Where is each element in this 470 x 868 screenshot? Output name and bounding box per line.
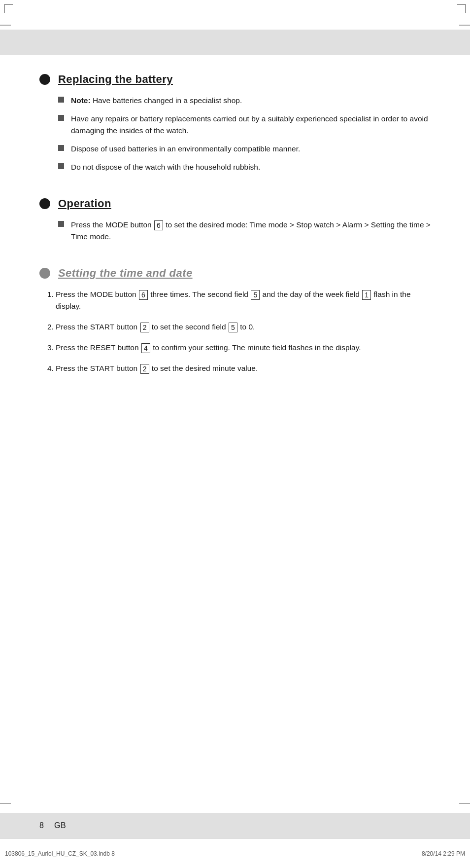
step-number: 4. [47, 362, 54, 374]
square-bullet-icon [58, 221, 64, 227]
list-item-text: Have any repairs or battery replacements… [71, 113, 431, 136]
setting-time-list: 1. Press the MODE button 6 three times. … [47, 289, 431, 374]
list-item-text: Do not dispose of the watch with the hou… [71, 161, 431, 173]
page-number-label: 8 GB [39, 821, 66, 830]
operation-bullet [39, 198, 50, 209]
step1-box1: 6 [139, 290, 148, 300]
list-item: 4. Press the START button 2 to set the d… [47, 362, 431, 374]
tick-right-bottom [459, 803, 470, 804]
op-text-before: Press the MODE button [71, 220, 154, 229]
step3-box1: 4 [141, 343, 150, 353]
list-item: 2. Press the START button 2 to set the s… [47, 321, 431, 333]
step1-text-mid1: three times. The second field [148, 290, 250, 298]
note-text: Have batteries changed in a specialist s… [91, 96, 242, 105]
content-area: Replacing the battery Note: Have batteri… [39, 55, 431, 789]
filename-bar: 103806_15_Auriol_HU_CZ_SK_03.indb 8 8/20… [0, 838, 470, 868]
step-text: Press the RESET button 4 to confirm your… [56, 342, 431, 354]
replacing-battery-title: Replacing the battery [58, 73, 173, 86]
setting-time-bullet [39, 268, 50, 279]
square-bullet-icon [58, 115, 64, 121]
setting-time-title: Setting the time and date [58, 267, 193, 280]
step-number: 3. [47, 342, 54, 354]
step-text: Press the START button 2 to set the seco… [56, 321, 431, 333]
operation-item-text: Press the MODE button 6 to set the desir… [71, 219, 431, 242]
list-item: 3. Press the RESET button 4 to confirm y… [47, 342, 431, 354]
step-number: 1. [47, 289, 54, 300]
step3-text-before: Press the RESET button [56, 343, 141, 352]
square-bullet-icon [58, 163, 64, 169]
operation-title: Operation [58, 197, 111, 210]
tick-left-top [0, 25, 11, 26]
step2-text-mid1: to set the second field [150, 323, 228, 331]
page-number: 8 [39, 821, 44, 830]
operation-section-header: Operation [39, 197, 431, 210]
step1-box3: 1 [362, 290, 371, 300]
step2-text-before: Press the START button [56, 323, 140, 331]
list-item: Note: Have batteries changed in a specia… [58, 95, 431, 106]
list-item-text: Dispose of used batteries in an environm… [71, 143, 431, 154]
header-bar [0, 30, 470, 55]
step4-text-after: to set the desired minute value. [150, 364, 258, 372]
replacing-battery-list: Note: Have batteries changed in a specia… [58, 95, 431, 173]
square-bullet-icon [58, 97, 64, 103]
step2-box2: 5 [229, 323, 237, 332]
replacing-battery-section-header: Replacing the battery [39, 73, 431, 86]
step1-text-mid2: and the day of the week field [260, 290, 362, 298]
step2-text-after: to 0. [238, 323, 255, 331]
replacing-battery-bullet [39, 74, 50, 85]
operation-list: Press the MODE button 6 to set the desir… [58, 219, 431, 242]
step4-text-before: Press the START button [56, 364, 140, 372]
page: Replacing the battery Note: Have batteri… [0, 0, 470, 868]
tick-right-top [459, 25, 470, 26]
list-item: Do not dispose of the watch with the hou… [58, 161, 431, 173]
setting-time-section-header: Setting the time and date [39, 267, 431, 280]
step-number: 2. [47, 321, 54, 333]
list-item-text: Note: Have batteries changed in a specia… [71, 95, 431, 106]
corner-mark-tl [4, 4, 13, 13]
page-language: GB [54, 821, 66, 830]
note-label: Note: [71, 96, 91, 105]
tick-left-bottom [0, 803, 11, 804]
step-text: Press the START button 2 to set the desi… [56, 362, 431, 374]
step3-text-after: to confirm your setting. The minute fiel… [151, 343, 361, 352]
footer-bar: 8 GB [0, 813, 470, 838]
step2-box1: 2 [140, 323, 149, 332]
filename-text: 103806_15_Auriol_HU_CZ_SK_03.indb 8 [5, 850, 115, 857]
list-item: Have any repairs or battery replacements… [58, 113, 431, 136]
step1-text-before: Press the MODE button [56, 290, 138, 298]
corner-mark-tr [457, 4, 466, 13]
step1-box2: 5 [251, 290, 260, 300]
list-item: Press the MODE button 6 to set the desir… [58, 219, 431, 242]
timestamp-text: 8/20/14 2:29 PM [422, 850, 465, 857]
step4-box1: 2 [140, 364, 149, 374]
list-item: 1. Press the MODE button 6 three times. … [47, 289, 431, 312]
op-box-6: 6 [154, 220, 163, 230]
step-text: Press the MODE button 6 three times. The… [56, 289, 431, 312]
list-item: Dispose of used batteries in an environm… [58, 143, 431, 154]
square-bullet-icon [58, 145, 64, 151]
